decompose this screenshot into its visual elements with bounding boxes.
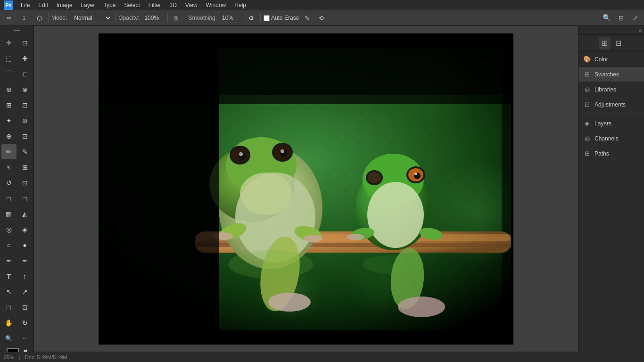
history-brush-tool[interactable]: ↺ [1,175,17,190]
frog-svg [101,48,511,330]
healing-brush-tool[interactable]: ⊕ [1,129,17,144]
panel-separator [578,112,644,116]
svg-point-48 [398,296,445,317]
gradient-tool[interactable]: ▦ [1,206,17,222]
lasso-tool[interactable]: ⌒ [1,66,17,82]
menu-3d[interactable]: 3D [165,1,180,9]
tool-row-8: ✏ ✎ [1,144,33,159]
channels-panel-icon: ◎ [583,135,591,142]
zoom-level: 25% [4,354,14,360]
canvas-background[interactable] [99,33,513,345]
shape-tool[interactable]: ◻ [1,300,17,315]
smoothing-input[interactable] [220,13,243,23]
search-icon[interactable]: 🔍 [601,12,613,24]
symmetry-icon[interactable]: ⟲ [315,12,327,24]
blur-tool[interactable]: ◎ [1,222,17,237]
color-sampler-tool[interactable]: ⊕ [17,113,33,128]
main-area: ⟵ ✛ ⊡ ⬚ ✚ ⌒ ⊏ ⊕ ⊗ ⊞ ⊡ ✦ ⊕ ⊕ ⊡ ✏ [0,26,644,352]
svg-point-28 [240,173,292,215]
custom-shape-tool[interactable]: ⊡ [17,300,33,315]
quick-select-tool[interactable]: ⊕ [1,82,17,97]
layers-panel-item[interactable]: ◈ Layers [578,116,644,131]
svg-rect-52 [101,48,511,95]
left-tool-panel: ⟵ ✛ ⊡ ⬚ ✚ ⌒ ⊏ ⊕ ⊗ ⊞ ⊡ ✦ ⊕ ⊕ ⊡ ✏ [0,26,34,352]
tool-row-12: ▦ ◭ [1,206,33,222]
frame-tool[interactable]: ⊡ [17,98,33,113]
direct-select-tool[interactable]: ↗ [17,284,33,299]
document-canvas[interactable] [101,48,511,330]
menu-bar: Ps File Edit Image Layer Type Select Fil… [0,0,644,10]
menu-edit[interactable]: Edit [34,1,52,9]
expand-icon[interactable]: ⤢ [629,12,641,24]
mode-select[interactable]: Normal Dissolve Multiply [70,13,112,23]
menu-layer[interactable]: Layer [77,1,99,9]
menu-window[interactable]: Window [202,1,230,9]
clone-stamp-tool[interactable]: ⎗ [1,160,17,175]
pattern-stamp-tool[interactable]: ⊞ [17,160,33,175]
vertical-type-tool[interactable]: ↕ [17,269,33,284]
adjustments-panel-label: Adjustments [594,101,626,108]
artboard-tool[interactable]: ⊡ [17,35,33,50]
opacity-settings-icon[interactable]: ◎ [170,12,182,24]
magic-wand-tool[interactable]: ⊗ [17,82,33,97]
collapse-right-panel-btn[interactable]: » [639,27,642,33]
menu-type[interactable]: Type [99,1,119,9]
move-tool[interactable]: ✛ [1,35,17,50]
patch-tool[interactable]: ⊡ [17,129,33,144]
smoothing-settings-icon[interactable]: ⚙ [245,12,257,24]
sharpen-tool[interactable]: ◈ [17,222,33,237]
workspace-layout-icon[interactable]: ⊟ [615,12,627,24]
swatches-panel-item[interactable]: ⊞ Swatches [578,67,644,82]
panel-icon-2[interactable]: ⊟ [612,37,624,49]
menu-view[interactable]: View [182,1,201,9]
opacity-input[interactable] [142,13,168,23]
pen-tool[interactable]: ✒ [1,253,17,268]
eyedropper-tool[interactable]: ✦ [1,113,17,128]
brush-toggle-icon[interactable]: ⬡ [33,12,45,24]
eraser-tool[interactable]: ◻ [1,191,17,206]
brush-tool[interactable]: ✏ [1,144,17,159]
menu-image[interactable]: Image [53,1,76,9]
menu-help[interactable]: Help [231,1,250,9]
tool-row-19: ✋ ↻ [1,315,33,330]
hand-tool[interactable]: ✋ [1,315,17,330]
menu-filter[interactable]: Filter [145,1,165,9]
auto-erase-label[interactable]: Auto Erase [264,15,299,21]
more-tools[interactable]: ··· [17,331,33,346]
svg-point-22 [239,152,243,156]
auto-erase-checkbox[interactable] [264,15,270,21]
adjustments-panel-item[interactable]: ⊡ Adjustments [578,97,644,112]
channels-panel-item[interactable]: ◎ Channels [578,131,644,146]
libraries-panel-item[interactable]: ◎ Libraries [578,82,644,97]
polygonal-lasso-tool[interactable]: ⊏ [17,66,33,82]
tool-row-16: T ↕ [1,269,33,284]
menu-select[interactable]: Select [120,1,143,9]
separator-2 [115,13,116,23]
bg-eraser-tool[interactable]: ◻ [17,191,33,206]
crop-tool[interactable]: ⊞ [1,98,17,113]
marquee-tool[interactable]: ⬚ [1,51,17,66]
paint-bucket-tool[interactable]: ◭ [17,206,33,222]
paths-panel-item[interactable]: ⊞ Paths [578,146,644,161]
brush-preset-icon[interactable]: ✏ [3,12,15,24]
art-history-tool[interactable]: ⊡ [17,175,33,190]
left-panel-collapse[interactable]: ⟵ [1,28,33,33]
color-panel-item[interactable]: 🎨 Color [578,52,644,67]
foreground-color-swatch[interactable] [7,348,19,352]
stylus-pressure-icon[interactable]: ✎ [301,12,313,24]
path-select-tool[interactable]: ↖ [1,284,17,299]
menu-file[interactable]: File [17,1,33,9]
single-col-tool[interactable]: ✚ [17,51,33,66]
pencil-tool[interactable]: ✎ [17,144,33,159]
type-tool[interactable]: T [1,269,17,284]
dodge-tool[interactable]: ○ [1,238,17,253]
layers-panel-label: Layers [594,120,611,127]
tool-row-3: ⌒ ⊏ [1,66,33,82]
rotate-view-tool[interactable]: ↻ [17,315,33,330]
panel-icon-1[interactable]: ⊞ [599,37,611,49]
burn-tool[interactable]: ● [17,238,33,253]
brush-size-display[interactable]: 1 [17,12,31,24]
zoom-tool[interactable]: 🔍 [1,331,17,346]
freeform-pen-tool[interactable]: ✒ [17,253,33,268]
swap-colors-icon[interactable]: ⇄ [24,348,27,352]
